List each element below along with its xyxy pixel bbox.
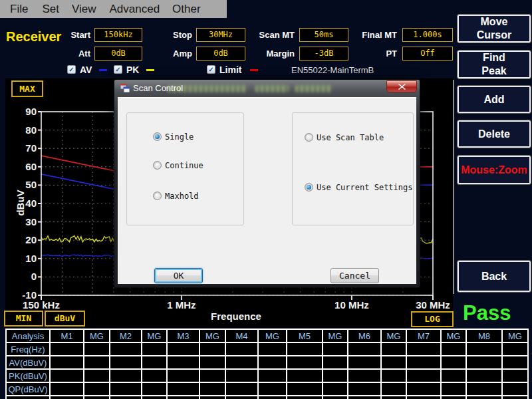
table-cell	[323, 356, 348, 369]
table-cell	[110, 396, 142, 399]
svg-text:20: 20	[25, 234, 37, 245]
col-header: M4	[225, 329, 258, 342]
radio-use-scan-table[interactable]	[305, 133, 313, 142]
dialog-close-button[interactable]	[386, 80, 417, 92]
dialog-title: Scan Control	[133, 83, 183, 93]
back-button[interactable]: Back	[458, 261, 531, 292]
start-label: Start	[27, 30, 90, 40]
delete-button[interactable]: Delete	[458, 120, 531, 148]
table-cell	[466, 369, 502, 382]
radio-maxhold[interactable]	[153, 192, 162, 200]
table-cell	[167, 382, 200, 396]
menu-file[interactable]: File	[10, 3, 28, 16]
table-cell	[200, 382, 225, 396]
table-cell	[225, 342, 258, 356]
table-cell	[323, 382, 348, 396]
table-cell	[142, 382, 167, 396]
table-cell	[84, 382, 110, 396]
table-cell	[287, 396, 323, 399]
table-cell	[502, 382, 528, 396]
finalmt-label: Final MT	[333, 30, 397, 40]
svg-text:150 kHz: 150 kHz	[23, 299, 60, 311]
table-cell	[258, 356, 287, 369]
table-cell	[84, 342, 110, 356]
max-button[interactable]: MAX	[11, 80, 43, 97]
table-cell	[287, 356, 323, 369]
table-cell	[287, 369, 323, 382]
cancel-button[interactable]: Cancel	[331, 268, 379, 283]
table-cell	[50, 369, 84, 382]
av-checkbox[interactable]: ✓	[67, 65, 76, 74]
table-cell	[50, 342, 84, 356]
table-cell	[406, 369, 441, 382]
radio-single[interactable]	[153, 132, 162, 141]
table-cell	[84, 369, 110, 382]
limit-legend-dash	[250, 69, 258, 71]
col-header: M2	[110, 329, 142, 342]
radio-continue[interactable]	[153, 161, 162, 170]
table-cell	[441, 356, 466, 369]
svg-text:70: 70	[25, 142, 37, 154]
table-cell	[142, 396, 167, 399]
table-cell	[258, 396, 287, 399]
table-cell	[287, 342, 323, 356]
log-button[interactable]: LOG	[411, 311, 454, 327]
ok-button[interactable]: OK	[154, 268, 203, 283]
table-cell	[50, 382, 84, 396]
pt-field[interactable]: Off	[402, 47, 453, 61]
svg-text:1 MHz: 1 MHz	[167, 299, 196, 311]
dbuv-button[interactable]: dBuV	[45, 311, 85, 327]
radio-label: Use Current Settings	[317, 183, 413, 192]
table-cell	[466, 396, 502, 399]
table-cell	[110, 342, 142, 356]
find-peak-button[interactable]: FindPeak	[458, 51, 531, 78]
table-cell	[167, 342, 200, 356]
min-button[interactable]: MIN	[4, 311, 43, 327]
menu-other[interactable]: Other	[172, 3, 201, 16]
table-cell	[323, 369, 348, 382]
table-cell	[348, 396, 381, 399]
pk-checkbox[interactable]: ✓	[114, 65, 122, 74]
row-label: Freq(Hz)	[6, 342, 50, 356]
svg-text:50: 50	[25, 179, 37, 190]
pk-checkbox-label: PK	[126, 65, 139, 75]
menu-set[interactable]: Set	[42, 3, 59, 16]
titlebar-blur-artifact	[295, 85, 332, 92]
svg-text:10: 10	[25, 253, 37, 264]
table-row: QP(dBuV)	[6, 382, 528, 396]
table-cell	[502, 369, 528, 382]
table-cell	[142, 342, 167, 356]
col-header: M6	[348, 329, 381, 342]
col-header: MG	[142, 329, 167, 342]
stop-label: Stop	[128, 30, 192, 40]
radio-label: Continue	[165, 161, 203, 170]
svg-text:30: 30	[25, 216, 37, 227]
margin-label: Margin	[231, 49, 295, 59]
pass-status: Pass	[463, 301, 511, 325]
limit-checkbox[interactable]: ✓	[207, 65, 215, 74]
col-header: M3	[167, 329, 200, 342]
mouse-zoom-button[interactable]: Mouse:Zoom	[458, 156, 531, 184]
col-header: M1	[50, 329, 84, 342]
table-cell	[502, 356, 528, 369]
col-header: M8	[466, 329, 502, 342]
col-header: MG	[441, 329, 466, 342]
av-legend-dash	[99, 69, 107, 71]
finalmt-field[interactable]: 1.000s	[402, 28, 453, 42]
table-cell	[200, 342, 225, 356]
table-cell	[381, 396, 406, 399]
col-header: MG	[502, 329, 528, 342]
table-cell	[348, 369, 381, 382]
add-button[interactable]: Add	[458, 86, 531, 113]
svg-text:10 MHz: 10 MHz	[334, 299, 369, 311]
svg-text:80: 80	[25, 124, 37, 136]
menu-advanced[interactable]: Advanced	[109, 3, 160, 16]
radio-use-current-settings[interactable]	[305, 183, 313, 192]
menu-bar: File Set View Advanced Other	[0, 0, 227, 18]
menu-view[interactable]: View	[72, 3, 96, 16]
pt-label: PT	[333, 49, 397, 59]
table-cell	[502, 342, 528, 356]
move-cursor-button[interactable]: MoveCursor	[458, 15, 531, 43]
av-checkbox-label: AV	[80, 65, 92, 75]
svg-text:30 MHz: 30 MHz	[416, 299, 450, 311]
